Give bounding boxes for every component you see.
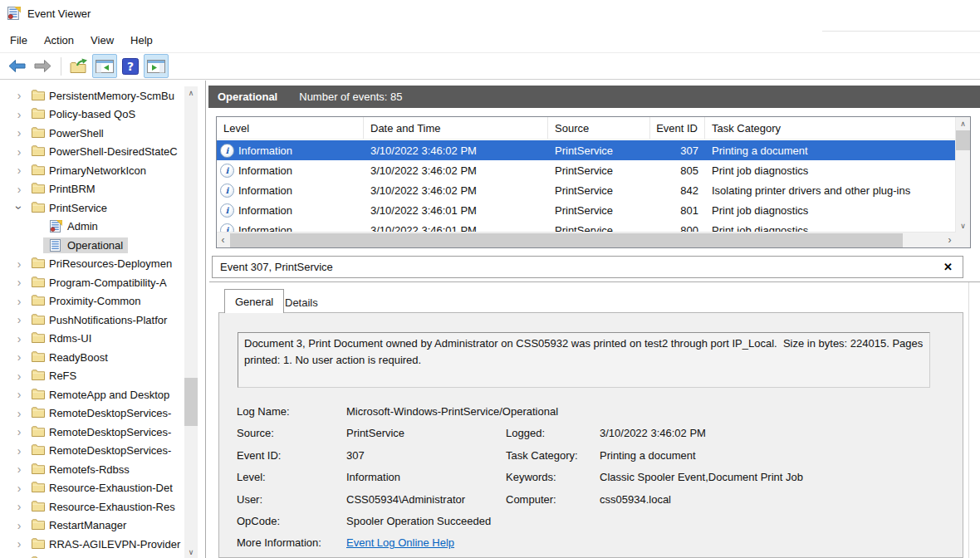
chevron-right-icon[interactable]	[13, 389, 25, 400]
horizontal-scrollbar-thumb[interactable]	[230, 233, 903, 247]
toolbar-help-button[interactable]: ?	[118, 54, 143, 78]
event-row[interactable]: Information 3/10/2022 3:46:02 PM PrintSe…	[217, 180, 956, 200]
chevron-down-icon[interactable]	[13, 202, 25, 213]
event-log-online-help-link[interactable]: Event Log Online Help	[346, 532, 954, 554]
tree-item[interactable]: Rdms-UI	[0, 330, 184, 349]
tree-item-content[interactable]: Resource-Exhaustion-Det	[25, 480, 178, 496]
menu-action[interactable]: Action	[36, 31, 82, 50]
chevron-right-icon[interactable]	[13, 426, 25, 438]
chevron-right-icon[interactable]	[13, 501, 25, 512]
chevron-right-icon[interactable]	[13, 333, 25, 345]
tree-item-content[interactable]: RestartManager	[25, 517, 131, 533]
column-header-date-and-time[interactable]: Date and Time	[364, 117, 548, 139]
chevron-right-icon[interactable]	[13, 184, 25, 195]
scroll-down-icon[interactable]	[184, 546, 198, 558]
toolbar-forward-button[interactable]	[30, 54, 55, 78]
tree-item[interactable]: PersistentMemory-ScmBu	[0, 86, 184, 105]
chevron-right-icon[interactable]	[13, 90, 25, 101]
tree-item-content[interactable]: RemoteDesktopServices-	[25, 405, 176, 421]
chevron-right-icon[interactable]	[13, 109, 25, 120]
scroll-down-icon[interactable]	[956, 219, 970, 232]
tree-item-content[interactable]: Operational	[43, 237, 128, 253]
tree-item[interactable]: RestartManager	[0, 516, 184, 536]
tree-item-content[interactable]: Policy-based QoS	[25, 106, 140, 122]
chevron-right-icon[interactable]	[13, 127, 25, 139]
tree-item[interactable]: RemoteApp and Desktop	[0, 385, 184, 404]
menu-file[interactable]: File	[2, 31, 36, 50]
chevron-right-icon[interactable]	[13, 445, 25, 457]
event-row[interactable]: Information 3/10/2022 3:46:02 PM PrintSe…	[217, 140, 956, 160]
column-header-event-id[interactable]: Event ID	[650, 117, 705, 139]
toolbar-back-button[interactable]	[4, 54, 29, 78]
tree-item[interactable]	[0, 554, 184, 558]
toolbar-toggle-console-tree-button[interactable]	[92, 54, 117, 78]
chevron-right-icon[interactable]	[13, 164, 25, 176]
tree-item[interactable]: PrimaryNetworkIcon	[0, 161, 184, 180]
tree-item-content[interactable]: RemoteDesktopServices-	[25, 424, 176, 440]
tree-item-content[interactable]: PrimaryNetworkIcon	[25, 163, 151, 179]
chevron-right-icon[interactable]	[13, 463, 25, 475]
tree-item[interactable]: Program-Compatibility-A	[0, 273, 184, 292]
tree-item-content[interactable]: Program-Compatibility-A	[25, 275, 172, 291]
tree-item[interactable]: Operational	[0, 236, 184, 255]
chevron-right-icon[interactable]	[13, 277, 25, 288]
tree-item-content[interactable]: PushNotifications-Platfor	[25, 312, 172, 328]
close-icon[interactable]: ✕	[943, 261, 953, 273]
tree-item[interactable]: Remotefs-Rdbss	[0, 460, 184, 479]
vertical-scrollbar-thumb[interactable]	[956, 130, 970, 150]
tree-item[interactable]: RemoteDesktopServices-	[0, 442, 184, 461]
event-row[interactable]: Information 3/10/2022 3:46:01 PM PrintSe…	[217, 200, 956, 220]
chevron-right-icon[interactable]	[13, 482, 25, 494]
chevron-right-icon[interactable]	[13, 370, 25, 382]
chevron-right-icon[interactable]	[13, 146, 25, 158]
tree-item[interactable]: Admin	[0, 218, 184, 237]
tree-item-content[interactable]: PrintService	[25, 200, 112, 216]
tree-scrollbar-thumb[interactable]	[184, 378, 198, 426]
tree-item-content[interactable]: Resource-Exhaustion-Res	[25, 499, 180, 515]
tree-item[interactable]: PowerShell	[0, 124, 184, 143]
tree-item[interactable]: RemoteDesktopServices-	[0, 423, 184, 442]
column-header-source[interactable]: Source	[548, 117, 650, 139]
tree-item-content[interactable]: PersistentMemory-ScmBu	[25, 88, 179, 104]
chevron-right-icon[interactable]	[13, 538, 25, 550]
chevron-right-icon[interactable]	[13, 408, 25, 419]
tree-item[interactable]: Proximity-Common	[0, 292, 184, 311]
tree-item-content[interactable]: Admin	[43, 218, 103, 234]
scroll-right-icon[interactable]	[943, 232, 956, 247]
tree-item-content[interactable]: RRAS-AGILEVPN-Provider	[25, 536, 184, 552]
tree-scrollbar[interactable]	[184, 86, 198, 558]
chevron-right-icon[interactable]	[13, 258, 25, 270]
event-list-vertical-scrollbar[interactable]	[955, 117, 970, 232]
chevron-right-icon[interactable]	[13, 351, 25, 363]
tree-item-content[interactable]: PrintBRM	[25, 181, 100, 197]
tree-item[interactable]: PrintBRM	[0, 180, 184, 199]
tree-item[interactable]: Policy-based QoS	[0, 105, 184, 125]
event-row[interactable]: Information 3/10/2022 3:46:01 PM PrintSe…	[217, 220, 956, 232]
tree-item[interactable]: Resource-Exhaustion-Res	[0, 497, 184, 516]
column-header-level[interactable]: Level	[217, 117, 364, 139]
tree-item[interactable]: RRAS-AGILEVPN-Provider	[0, 535, 184, 554]
tree-item[interactable]: PrintService	[0, 198, 184, 218]
menu-help[interactable]: Help	[122, 31, 161, 50]
column-header-task-category[interactable]: Task Category	[705, 117, 956, 139]
panel-splitter[interactable]	[205, 81, 206, 558]
chevron-right-icon[interactable]	[13, 520, 25, 531]
toolbar-toggle-action-pane-button[interactable]	[144, 54, 169, 78]
tree-item-content[interactable]: PowerShell	[25, 125, 109, 141]
tree-item-content[interactable]: RemoteDesktopServices-	[25, 443, 176, 458]
tree-item[interactable]: PushNotifications-Platfor	[0, 311, 184, 330]
tree-item-content[interactable]: PowerShell-DesiredStateC	[25, 144, 183, 159]
tree-item-content[interactable]: ReFS	[25, 368, 81, 384]
tree-item[interactable]: ReFS	[0, 367, 184, 386]
tree-item[interactable]: PriResources-Deploymen	[0, 255, 184, 274]
event-row[interactable]: Information 3/10/2022 3:46:02 PM PrintSe…	[217, 160, 956, 180]
scroll-up-icon[interactable]	[184, 86, 198, 99]
chevron-right-icon[interactable]	[13, 296, 25, 307]
tree-item-content[interactable]: RemoteApp and Desktop	[25, 387, 174, 403]
tree-item-content[interactable]: Rdms-UI	[25, 330, 96, 346]
tree-item-content[interactable]: Remotefs-Rdbss	[25, 462, 135, 477]
tree-item-content[interactable]: ReadyBoost	[25, 350, 113, 365]
toolbar-open-saved-log-button[interactable]	[66, 54, 91, 78]
tree-item-content[interactable]: PriResources-Deploymen	[25, 256, 177, 272]
tree-item[interactable]: ReadyBoost	[0, 348, 184, 367]
